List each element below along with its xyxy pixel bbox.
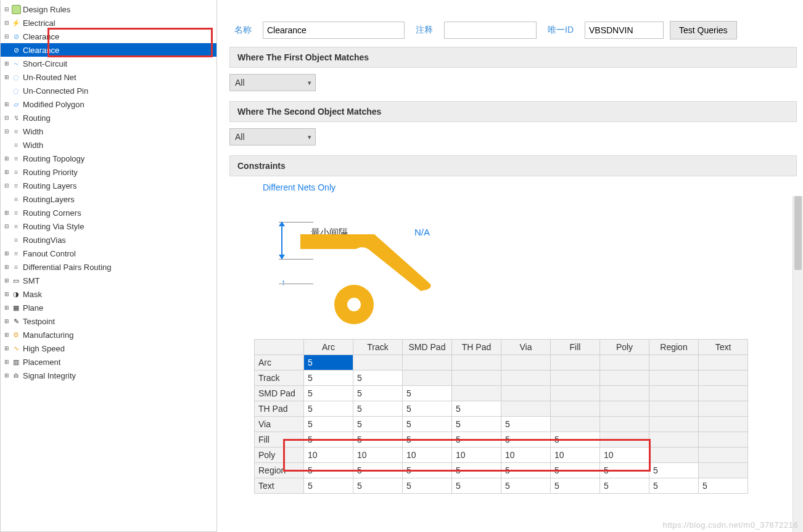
- matrix-cell[interactable]: 5: [403, 463, 452, 478]
- matrix-cell[interactable]: 5: [551, 478, 600, 494]
- second-match-select[interactable]: All: [229, 128, 316, 145]
- matrix-cell[interactable]: 5: [304, 478, 353, 494]
- collapse-icon[interactable]: ⊟: [3, 223, 10, 230]
- matrix-cell[interactable]: 5: [649, 478, 699, 494]
- first-match-select[interactable]: All: [229, 74, 316, 91]
- tree-diffpair[interactable]: ⊞ ≡ Differential Pairs Routing: [1, 260, 216, 274]
- matrix-cell[interactable]: 5: [353, 463, 403, 478]
- collapse-icon[interactable]: ⊟: [3, 114, 10, 121]
- clearance-matrix[interactable]: ArcTrackSMD PadTH PadViaFillPolyRegionTe…: [254, 339, 748, 494]
- vertical-scrollbar[interactable]: [793, 196, 803, 532]
- tree-width-rule[interactable]: ≡ Width: [1, 138, 216, 152]
- tree-clearance[interactable]: ⊟ ⊘ Clearance: [1, 30, 216, 43]
- matrix-cell[interactable]: 5: [649, 463, 699, 478]
- matrix-cell[interactable]: 5: [501, 463, 551, 478]
- expand-icon[interactable]: ⊞: [3, 73, 10, 81]
- tree-plane[interactable]: ⊞▦Plane: [1, 301, 216, 314]
- tree-routing[interactable]: ⊟ ↯ Routing: [1, 111, 216, 125]
- tree-topology[interactable]: ⊞ ≡ Routing Topology: [1, 152, 216, 165]
- matrix-cell[interactable]: 5: [600, 478, 649, 494]
- expand-icon[interactable]: ⊞: [3, 209, 10, 216]
- tree-highspeed[interactable]: ⊞∿High Speed: [1, 342, 216, 355]
- tree-modified-polygon[interactable]: ⊞ ▱ Modified Polygon: [1, 97, 216, 111]
- tree-signal-integrity[interactable]: ⊞ılıSignal Integrity: [1, 369, 216, 382]
- expand-icon[interactable]: ⊞: [3, 277, 10, 284]
- tree-testpoint[interactable]: ⊞✎Testpoint: [1, 314, 216, 328]
- expand-icon[interactable]: ⊞: [3, 345, 10, 352]
- matrix-cell[interactable]: 5: [353, 370, 403, 386]
- diff-nets-link[interactable]: Different Nets Only: [263, 182, 772, 192]
- matrix-cell[interactable]: 5: [501, 478, 551, 494]
- matrix-cell[interactable]: 5: [452, 417, 501, 432]
- tree-unrouted[interactable]: ⊞ ◌ Un-Routed Net: [1, 70, 216, 84]
- expand-icon[interactable]: ⊞: [3, 317, 10, 325]
- matrix-cell[interactable]: 5: [353, 386, 403, 401]
- expand-icon[interactable]: ⊞: [3, 100, 10, 108]
- expand-icon[interactable]: ⊞: [3, 290, 10, 298]
- matrix-cell[interactable]: 10: [452, 448, 501, 463]
- matrix-cell[interactable]: 5: [403, 432, 452, 448]
- expand-icon[interactable]: ⊞: [3, 168, 10, 176]
- tree-layers-rule[interactable]: ≡ RoutingLayers: [1, 192, 216, 206]
- tree-electrical[interactable]: ⊟ ⚡ Electrical: [1, 16, 216, 30]
- matrix-cell[interactable]: 5: [353, 401, 403, 417]
- matrix-cell[interactable]: 5: [452, 432, 501, 448]
- matrix-cell[interactable]: 5: [551, 463, 600, 478]
- collapse-icon[interactable]: ⊟: [3, 6, 10, 13]
- collapse-icon[interactable]: ⊟: [3, 19, 10, 27]
- tree-smt[interactable]: ⊞▭SMT: [1, 274, 216, 287]
- matrix-cell[interactable]: 10: [353, 448, 403, 463]
- matrix-cell[interactable]: 5: [353, 417, 403, 432]
- matrix-cell[interactable]: 5: [600, 463, 649, 478]
- tree-via-rule[interactable]: ≡ RoutingVias: [1, 233, 216, 247]
- matrix-cell[interactable]: 10: [501, 448, 551, 463]
- expand-icon[interactable]: ⊞: [3, 155, 10, 162]
- matrix-cell[interactable]: 5: [501, 432, 551, 448]
- collapse-icon[interactable]: ⊟: [3, 128, 10, 135]
- tree-root[interactable]: ⊟ Design Rules: [1, 2, 216, 16]
- expand-icon[interactable]: ⊞: [3, 331, 10, 338]
- matrix-cell[interactable]: 5: [403, 401, 452, 417]
- tree-placement[interactable]: ⊞▥Placement: [1, 355, 216, 369]
- test-queries-button[interactable]: Test Queries: [670, 21, 737, 39]
- tree-unconnected[interactable]: ◌ Un-Connected Pin: [1, 84, 216, 97]
- matrix-cell[interactable]: 5: [452, 478, 501, 494]
- tree-width[interactable]: ⊟ ≡ Width: [1, 125, 216, 138]
- matrix-cell[interactable]: 5: [403, 386, 452, 401]
- comment-input[interactable]: [444, 22, 537, 39]
- tree-corners[interactable]: ⊞ ≡ Routing Corners: [1, 206, 216, 219]
- rules-tree-panel[interactable]: ⊟ Design Rules ⊟ ⚡ Electrical: [0, 0, 217, 532]
- expand-icon[interactable]: ⊞: [3, 263, 10, 271]
- matrix-cell[interactable]: 5: [304, 401, 353, 417]
- matrix-cell[interactable]: 5: [304, 463, 353, 478]
- tree-layers[interactable]: ⊟ ≡ Routing Layers: [1, 179, 216, 192]
- matrix-cell[interactable]: 5: [304, 432, 353, 448]
- expand-icon[interactable]: ⊞: [3, 304, 10, 311]
- expand-icon[interactable]: ⊞: [3, 250, 10, 257]
- matrix-cell[interactable]: 5: [699, 478, 748, 494]
- tree-manufacturing[interactable]: ⊞⚙Manufacturing: [1, 328, 216, 342]
- matrix-cell[interactable]: 5: [452, 401, 501, 417]
- collapse-icon[interactable]: ⊟: [3, 182, 10, 189]
- tree-mask[interactable]: ⊞◑Mask: [1, 287, 216, 301]
- collapse-icon[interactable]: ⊟: [3, 33, 10, 40]
- tree-priority[interactable]: ⊞ ≡ Routing Priority: [1, 165, 216, 179]
- matrix-cell[interactable]: 5: [304, 355, 353, 370]
- tree-clearance-rule[interactable]: ⊘ Clearance: [1, 43, 216, 57]
- matrix-cell[interactable]: 5: [304, 386, 353, 401]
- expand-icon[interactable]: ⊞: [3, 60, 10, 67]
- matrix-cell[interactable]: 5: [304, 417, 353, 432]
- scrollbar-thumb[interactable]: [794, 196, 802, 270]
- matrix-cell[interactable]: 5: [551, 432, 600, 448]
- matrix-cell[interactable]: 5: [403, 478, 452, 494]
- matrix-cell[interactable]: 10: [403, 448, 452, 463]
- tree-short-circuit[interactable]: ⊞ ⏦ Short-Circuit: [1, 57, 216, 70]
- tree-via-style[interactable]: ⊟ ≡ Routing Via Style: [1, 219, 216, 233]
- matrix-cell[interactable]: 10: [304, 448, 353, 463]
- name-input[interactable]: [263, 22, 405, 39]
- matrix-cell[interactable]: 5: [501, 417, 551, 432]
- expand-icon[interactable]: ⊞: [3, 372, 10, 379]
- matrix-cell[interactable]: 5: [403, 417, 452, 432]
- id-input[interactable]: [585, 22, 664, 39]
- tree-fanout[interactable]: ⊞ ≡ Fanout Control: [1, 247, 216, 260]
